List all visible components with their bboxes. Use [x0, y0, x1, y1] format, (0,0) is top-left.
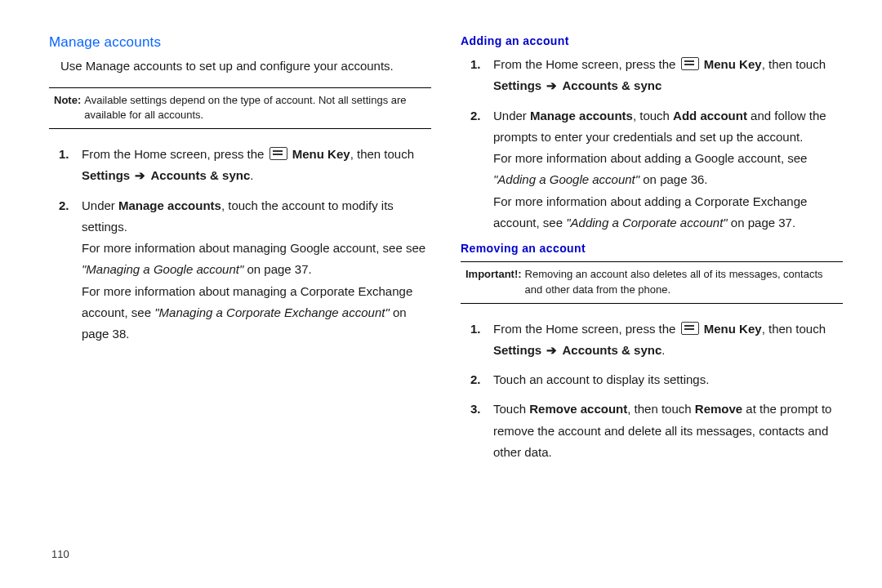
rem-step-3-remove: Remove [695, 402, 742, 416]
add-step-2-manage: Manage accounts [530, 109, 633, 122]
rem-step-1-end: . [662, 343, 665, 357]
xref-managing-google[interactable]: "Managing a Google account" [82, 262, 243, 276]
rem-step-1-sync: Accounts & sync [563, 343, 662, 357]
add-step-2: Under Manage accounts, touch Add account… [470, 105, 843, 234]
xref-adding-google[interactable]: "Adding a Google account" [493, 172, 639, 186]
rem-step-2: Touch an account to display its settings… [470, 369, 843, 390]
add-step-2-sub2: For more information about adding a Corp… [493, 191, 843, 234]
add-sub1-b: on page 36. [639, 172, 707, 186]
page-number: 110 [51, 548, 69, 560]
right-column: Adding an account From the Home screen, … [461, 34, 843, 588]
rem-step-1: From the Home screen, press the Menu Key… [470, 318, 843, 362]
manual-page: Manage accounts Use Manage accounts to s… [0, 0, 882, 588]
step-2-manage: Manage accounts [118, 198, 221, 212]
rem-step-1-menu: Menu Key [704, 322, 762, 336]
step-2-sub1-a: For more information about managing Goog… [82, 241, 425, 255]
rem-step-1-a: From the Home screen, press the [493, 322, 679, 336]
heading-manage-accounts: Manage accounts [49, 34, 431, 51]
arrow-icon: ➔ [541, 343, 562, 357]
add-step-1-settings: Settings [493, 78, 541, 92]
xref-adding-corporate[interactable]: "Adding a Corporate account" [566, 216, 727, 229]
step-1-end: . [250, 168, 253, 182]
note-label: Note: [54, 93, 81, 124]
add-step-1-b: , then touch [762, 57, 826, 71]
important-label: Important!: [466, 267, 522, 298]
important-body: Removing an account also deletes all of … [525, 267, 840, 298]
left-column: Manage accounts Use Manage accounts to s… [49, 34, 431, 588]
manage-steps: From the Home screen, press the Menu Key… [49, 144, 431, 345]
step-1-menu: Menu Key [292, 147, 350, 161]
adding-steps: From the Home screen, press the Menu Key… [461, 54, 843, 234]
xref-managing-corporate[interactable]: "Managing a Corporate Exchange account" [154, 305, 390, 319]
add-step-1: From the Home screen, press the Menu Key… [470, 54, 843, 97]
important-box: Important!: Removing an account also del… [461, 262, 843, 303]
heading-removing-account: Removing an account [461, 242, 843, 255]
step-2-text-a: Under [82, 198, 118, 212]
menu-key-icon [681, 322, 699, 335]
add-step-2-b: , touch [633, 109, 673, 122]
step-1: From the Home screen, press the Menu Key… [59, 144, 431, 187]
note-box: Note: Available settings depend on the t… [49, 88, 431, 129]
rem-step-3: Touch Remove account, then touch Remove … [470, 399, 843, 463]
arrow-icon: ➔ [130, 168, 150, 182]
menu-key-icon [270, 147, 287, 160]
arrow-icon: ➔ [541, 78, 562, 92]
add-step-1-sync: Accounts & sync [563, 78, 662, 92]
removing-steps: From the Home screen, press the Menu Key… [461, 318, 843, 464]
step-2: Under Manage accounts, touch the account… [59, 195, 431, 345]
add-step-1-a: From the Home screen, press the [493, 57, 679, 71]
step-1-text-b: , then touch [350, 147, 414, 161]
add-step-2-sub1: For more information about adding a Goog… [493, 148, 843, 191]
rem-step-1-b: , then touch [762, 322, 826, 336]
important-rule-bottom [461, 303, 843, 304]
step-2-sub1: For more information about managing Goog… [82, 238, 431, 281]
step-1-text-a: From the Home screen, press the [82, 147, 268, 161]
heading-adding-account: Adding an account [461, 34, 843, 47]
step-2-sub2: For more information about managing a Co… [82, 281, 431, 345]
menu-key-icon [681, 57, 699, 70]
step-2-sub1-b: on page 37. [243, 262, 311, 276]
add-step-2-add: Add account [673, 109, 747, 122]
step-1-settings: Settings [82, 168, 130, 182]
add-sub2-b: on page 37. [728, 216, 795, 229]
note-rule-bottom [49, 128, 431, 129]
note-body: Available settings depend on the type of… [84, 93, 428, 124]
rem-step-3-b: , then touch [627, 402, 695, 416]
step-1-sync: Accounts & sync [151, 168, 251, 182]
add-sub1-a: For more information about adding a Goog… [493, 151, 807, 165]
rem-step-3-remacct: Remove account [529, 402, 627, 416]
add-step-1-menu: Menu Key [704, 57, 762, 71]
intro-text: Use Manage accounts to set up and config… [60, 57, 431, 76]
add-step-2-a: Under [493, 109, 530, 122]
rem-step-1-settings: Settings [493, 343, 541, 357]
rem-step-3-a: Touch [493, 402, 529, 416]
